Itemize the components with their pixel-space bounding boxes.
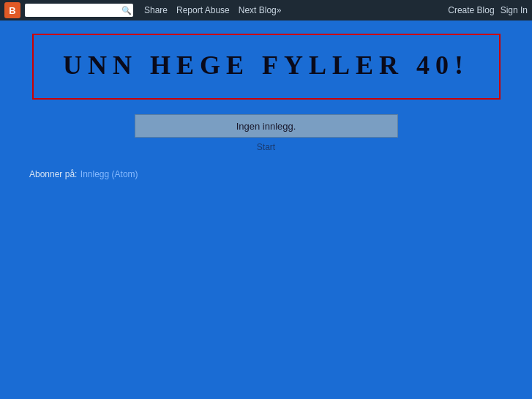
search-icon[interactable]: 🔍 (121, 6, 132, 15)
search-bar: 🔍 (25, 4, 133, 17)
no-posts-text: Ingen innlegg. (236, 121, 296, 132)
navbar-right: Create Blog Sign In (448, 5, 528, 15)
sign-in-link[interactable]: Sign In (501, 5, 528, 15)
create-blog-link[interactable]: Create Blog (448, 5, 494, 15)
next-blog-link[interactable]: Next Blog» (235, 5, 285, 15)
search-input[interactable] (26, 4, 121, 16)
title-box: UNN HEGE FYLLER 40! (32, 34, 501, 100)
no-posts-bar: Ingen innlegg. (135, 114, 398, 138)
blogger-logo[interactable]: B (4, 2, 20, 18)
navbar: B 🔍 Share Report Abuse Next Blog» Create… (0, 0, 532, 20)
blog-title: UNN HEGE FYLLER 40! (56, 50, 477, 81)
share-link[interactable]: Share (141, 5, 171, 15)
navbar-left: B 🔍 Share Report Abuse Next Blog» (4, 2, 448, 18)
subscribe-prefix: Abonner på: (29, 169, 77, 179)
nav-links: Share Report Abuse Next Blog» (141, 5, 285, 15)
report-abuse-link[interactable]: Report Abuse (173, 5, 233, 15)
subscribe-link[interactable]: Innlegg (Atom) (80, 169, 138, 179)
subscribe-area: Abonner på: Innlegg (Atom) (29, 167, 503, 180)
start-link[interactable]: Start (32, 142, 501, 152)
posts-area: Ingen innlegg. Start (32, 114, 501, 152)
main-content: UNN HEGE FYLLER 40! Ingen innlegg. Start… (0, 20, 532, 180)
blogger-logo-letter: B (9, 5, 15, 16)
